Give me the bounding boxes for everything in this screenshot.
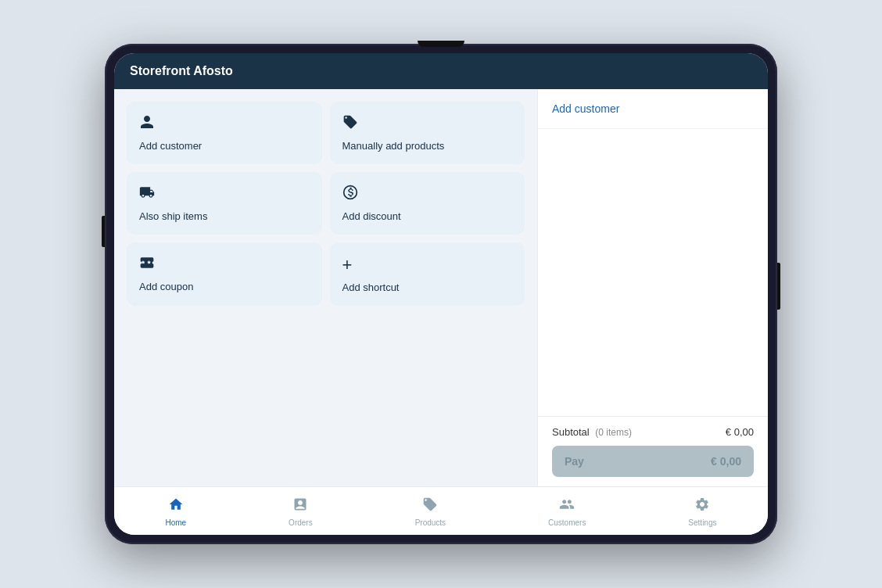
nav-item-home[interactable]: Home — [152, 493, 199, 530]
order-items-area — [538, 129, 768, 416]
app-header: Storefront Afosto — [114, 53, 768, 89]
nav-item-customers[interactable]: Customers — [536, 493, 598, 530]
side-button-left — [102, 216, 105, 247]
nav-item-settings[interactable]: Settings — [676, 493, 729, 530]
action-grid: Add customer Manually add products — [114, 89, 537, 486]
nav-label-orders: Orders — [289, 518, 313, 527]
add-shortcut-card[interactable]: + Add shortcut — [330, 242, 525, 306]
orders-icon — [292, 497, 308, 516]
subtotal-label: Subtotal — [552, 426, 590, 438]
pay-amount: € 0,00 — [711, 455, 741, 468]
add-customer-card-label: Add customer — [139, 140, 310, 152]
nav-label-home: Home — [165, 518, 186, 527]
subtotal-area: Subtotal (0 items) € 0,00 Pay € 0,00 — [538, 416, 768, 486]
also-ship-items-card[interactable]: Also ship items — [127, 172, 322, 235]
home-icon — [168, 497, 184, 516]
truck-icon — [139, 185, 310, 204]
customers-icon — [559, 497, 575, 516]
manually-add-products-card[interactable]: Manually add products — [330, 102, 525, 164]
nav-item-orders[interactable]: Orders — [276, 493, 325, 530]
app-title: Storefront Afosto — [130, 64, 233, 77]
order-panel: Add customer Subtotal (0 items) € 0,00 P… — [537, 89, 768, 486]
tablet-device: Storefront Afosto Add customer — [105, 44, 777, 544]
settings-icon — [694, 497, 710, 516]
bottom-nav: Home Orders Products Customers — [114, 486, 768, 535]
tablet-screen: Storefront Afosto Add customer — [114, 53, 768, 535]
pay-button[interactable]: Pay € 0,00 — [552, 446, 754, 477]
plus-icon: + — [342, 255, 513, 275]
add-customer-link[interactable]: Add customer — [552, 102, 619, 115]
order-panel-header: Add customer — [538, 89, 768, 129]
subtotal-amount: € 0,00 — [726, 426, 754, 438]
camera-bump — [418, 41, 464, 47]
add-customer-card[interactable]: Add customer — [127, 102, 322, 164]
coupon-icon — [139, 255, 310, 274]
add-coupon-card[interactable]: Add coupon — [127, 242, 322, 306]
nav-label-products: Products — [415, 518, 446, 527]
nav-label-settings: Settings — [688, 518, 716, 527]
nav-label-customers: Customers — [548, 518, 586, 527]
add-shortcut-card-label: Add shortcut — [342, 281, 513, 293]
pay-label: Pay — [565, 455, 584, 468]
add-discount-card-label: Add discount — [342, 210, 513, 222]
nav-item-products[interactable]: Products — [403, 493, 458, 530]
subtotal-row: Subtotal (0 items) € 0,00 — [552, 426, 754, 438]
also-ship-items-card-label: Also ship items — [139, 210, 310, 222]
side-button-right — [777, 263, 780, 310]
products-icon — [422, 497, 438, 516]
tag-icon — [342, 114, 513, 134]
main-content: Add customer Manually add products — [114, 89, 768, 486]
person-icon — [139, 114, 310, 134]
percent-icon — [342, 185, 513, 204]
subtotal-items: (0 items) — [595, 427, 632, 438]
add-coupon-card-label: Add coupon — [139, 281, 310, 292]
manually-add-products-card-label: Manually add products — [342, 140, 513, 152]
add-discount-card[interactable]: Add discount — [330, 172, 525, 235]
